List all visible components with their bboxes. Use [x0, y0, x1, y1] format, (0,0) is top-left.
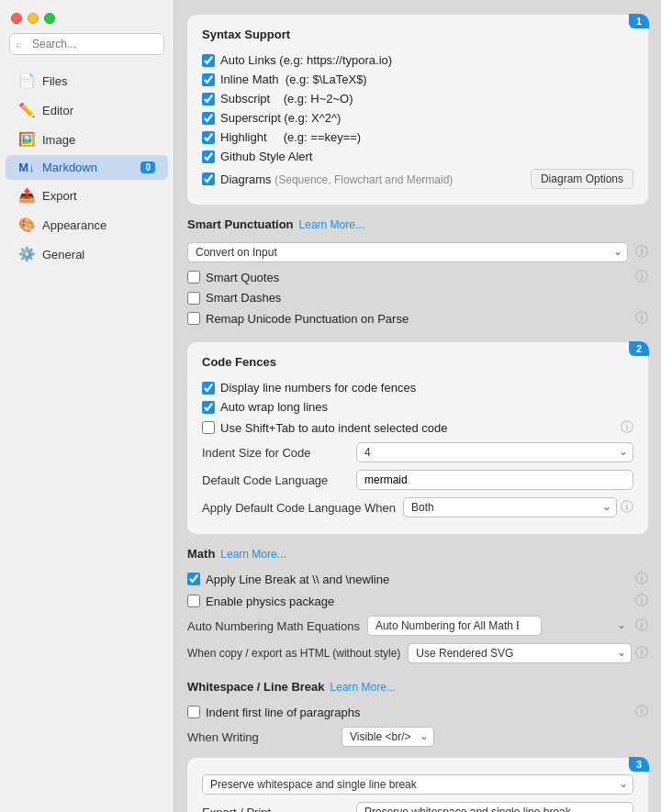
math-title: Math [187, 547, 215, 561]
export-print-select[interactable]: Preserve whitespace and single line brea… [356, 802, 633, 812]
shift-tab-checkbox[interactable] [202, 421, 215, 434]
sidebar-item-files[interactable]: 📄 Files [6, 67, 168, 95]
indent-size-select-wrap[interactable]: 4 2 8 [356, 442, 633, 462]
appearance-icon: 🎨 [18, 217, 35, 233]
default-lang-row: Default Code Language [202, 466, 633, 494]
smart-punctuation-learn-more[interactable]: Learn More... [299, 218, 364, 231]
smart-quotes-label: Smart Quotes [206, 271, 630, 284]
auto-numbering-select[interactable]: Auto Numbering for All Math Eq... No Aut… [367, 616, 542, 636]
export-print-select-wrap[interactable]: Preserve whitespace and single line brea… [356, 802, 633, 812]
github-alert-label: Github Style Alert [220, 150, 633, 163]
auto-links-checkbox[interactable] [202, 54, 215, 67]
auto-links-label: Auto Links (e.g: https://typora.io) [220, 53, 633, 67]
when-writing-row: When Writing Visible <br/> Hidden [187, 723, 648, 751]
indent-first-checkbox[interactable] [187, 706, 200, 718]
remap-unicode-checkbox[interactable] [187, 312, 200, 325]
convert-select-wrap[interactable]: Convert on Input Convert on Render No Co… [187, 242, 628, 262]
highlight-row: Highlight (e.g: ==key==) [202, 128, 633, 147]
smart-punctuation-section: Smart Punctuation Learn More... Convert … [187, 217, 648, 329]
when-writing-select-wrap[interactable]: Visible <br/> Hidden [342, 727, 434, 747]
when-writing-select[interactable]: Visible <br/> Hidden [342, 727, 434, 747]
physics-help-icon: ⓘ [635, 593, 648, 609]
apply-when-select[interactable]: Both New File Existing File [403, 497, 617, 517]
github-alert-checkbox[interactable] [202, 150, 215, 163]
whitespace-learn-more[interactable]: Learn More... [330, 681, 396, 694]
math-learn-more[interactable]: Learn More... [220, 548, 286, 561]
shift-tab-row: Use Shift+Tab to auto indent selected co… [202, 417, 633, 439]
search-box[interactable]: ⌕ [9, 33, 164, 55]
export-icon: 📤 [18, 187, 35, 204]
smart-dashes-checkbox[interactable] [187, 292, 200, 305]
sidebar-item-image[interactable]: 🖼️ Image [6, 126, 168, 153]
indent-first-label: Indent first line of paragraphs [206, 706, 630, 719]
sidebar-item-label: Markdown [42, 161, 97, 174]
convert-row: Convert on Input Convert on Render No Co… [187, 239, 648, 266]
sidebar-item-label: Image [42, 133, 75, 147]
maximize-button[interactable] [44, 13, 55, 24]
html-export-select[interactable]: Use Rendered SVG Use MathML Use KaTeX [408, 643, 632, 663]
whitespace-header: Whitespace / Line Break Learn More... [187, 680, 648, 694]
display-line-numbers-row: Display line numbers for code fences [202, 378, 633, 397]
search-input[interactable] [9, 33, 164, 55]
sidebar-item-appearance[interactable]: 🎨 Appearance [6, 211, 168, 239]
line-break-label: Apply Line Break at \\ and \newline [206, 573, 630, 586]
code-fences-section: 2 Code Fences Display line numbers for c… [187, 342, 648, 534]
smart-punctuation-header: Smart Punctuation Learn More... [187, 217, 648, 231]
whitespace-title: Whitespace / Line Break [187, 680, 325, 694]
markdown-icon: M↓ [18, 161, 35, 174]
diagrams-row: Diagrams (Sequence, Flowchart and Mermai… [202, 166, 633, 192]
html-export-row: When copy / export as HTML (without styl… [187, 640, 648, 667]
math-header: Math Learn More... [187, 547, 648, 561]
sidebar-item-general[interactable]: ⚙️ General [6, 240, 168, 268]
inline-math-row: Inline Math (e.g: $\LaTeX$) [202, 70, 633, 89]
superscript-checkbox[interactable] [202, 112, 215, 125]
sidebar-item-editor[interactable]: ✏️ Editor [6, 96, 168, 124]
indent-size-row: Indent Size for Code 4 2 8 [202, 439, 633, 466]
minimize-button[interactable] [28, 13, 39, 24]
physics-checkbox[interactable] [187, 595, 200, 607]
convert-select[interactable]: Convert on Input Convert on Render No Co… [187, 242, 628, 262]
auto-links-row: Auto Links (e.g: https://typora.io) [202, 50, 633, 70]
highlight-checkbox[interactable] [202, 131, 215, 144]
indent-first-row: Indent first line of paragraphs ⓘ [187, 701, 648, 723]
sidebar-item-label: Files [42, 74, 67, 88]
html-export-select-wrap[interactable]: Use Rendered SVG Use MathML Use KaTeX [408, 643, 632, 663]
highlight-label: Highlight (e.g: ==key==) [220, 130, 633, 144]
inline-math-checkbox[interactable] [202, 73, 215, 86]
diagrams-label: Diagrams (Sequence, Flowchart and Mermai… [220, 172, 520, 186]
subscript-checkbox[interactable] [202, 93, 215, 106]
code-fences-badge: 2 [629, 341, 649, 356]
smart-quotes-checkbox[interactable] [187, 271, 200, 284]
github-alert-row: Github Style Alert [202, 147, 633, 166]
default-lang-label: Default Code Language [202, 473, 349, 487]
image-icon: 🖼️ [18, 131, 35, 148]
sidebar-item-markdown[interactable]: M↓ Markdown 0 [6, 155, 168, 180]
physics-row: Enable physics package ⓘ [187, 590, 648, 612]
close-button[interactable] [11, 13, 22, 24]
remap-unicode-help-icon: ⓘ [635, 310, 648, 327]
diagram-options-button[interactable]: Diagram Options [531, 169, 633, 189]
auto-numbering-select-wrap[interactable]: Auto Numbering for All Math Eq... No Aut… [367, 616, 632, 636]
apply-when-label: Apply Default Code Language When [202, 501, 396, 515]
superscript-row: Superscript (e.g: X^2^) [202, 108, 633, 128]
auto-wrap-checkbox[interactable] [202, 401, 215, 414]
indent-size-select[interactable]: 4 2 8 [356, 442, 633, 462]
superscript-label: Superscript (e.g: X^2^) [220, 111, 633, 125]
sidebar-item-label: General [42, 248, 84, 261]
sidebar-item-label: Export [42, 189, 77, 203]
shift-tab-help-icon: ⓘ [621, 419, 633, 436]
display-line-numbers-checkbox[interactable] [202, 382, 215, 395]
preserve-writing-select[interactable]: Preserve whitespace and single line brea… [202, 774, 633, 795]
export-print-row: Export / Print Preserve whitespace and s… [202, 798, 633, 812]
apply-when-select-wrap[interactable]: Both New File Existing File [403, 497, 617, 517]
preserve-card: 3 Preserve whitespace and single line br… [187, 758, 648, 812]
default-lang-input[interactable] [356, 470, 633, 490]
line-break-checkbox[interactable] [187, 573, 200, 585]
math-section: Math Learn More... Apply Line Break at \… [187, 547, 648, 667]
auto-wrap-label: Auto wrap long lines [220, 400, 633, 414]
sidebar-item-export[interactable]: 📤 Export [6, 182, 168, 209]
preserve-writing-select-wrap[interactable]: Preserve whitespace and single line brea… [202, 774, 633, 795]
subscript-row: Subscript (e.g: H~2~O) [202, 89, 633, 108]
main-content: 1 Syntax Support Auto Links (e.g: https:… [174, 0, 661, 812]
diagrams-checkbox[interactable] [202, 172, 215, 185]
